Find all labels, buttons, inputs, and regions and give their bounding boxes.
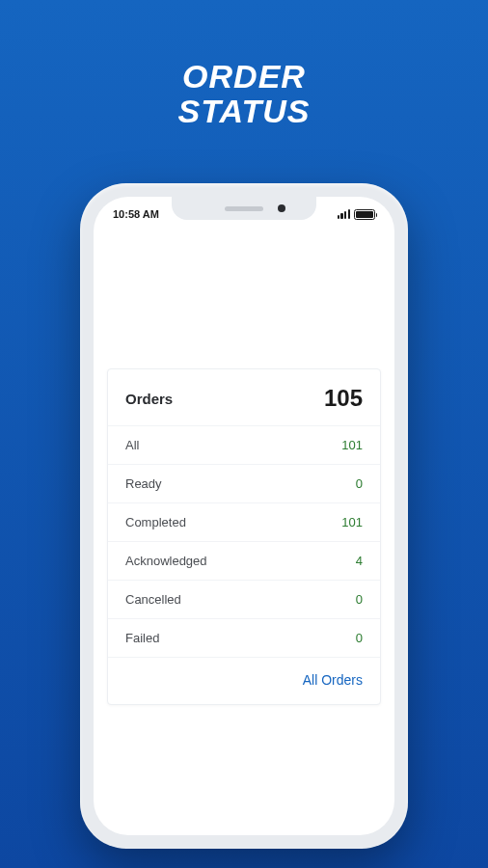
row-label: Cancelled [125, 592, 181, 607]
page-title-line1: ORDER [0, 60, 488, 95]
status-right [338, 209, 375, 220]
row-label: Ready [125, 476, 162, 491]
battery-icon [354, 209, 375, 220]
row-value: 101 [341, 515, 363, 529]
order-row-acknowledged[interactable]: Acknowledged 4 [108, 541, 380, 580]
status-bar: 10:58 AM [94, 197, 394, 226]
signal-icon [338, 209, 350, 219]
row-value: 0 [356, 592, 363, 607]
row-value: 101 [341, 438, 363, 452]
orders-header-value: 105 [324, 385, 363, 412]
row-value: 4 [356, 554, 363, 568]
orders-card-footer: All Orders [108, 657, 380, 704]
page-title: ORDER STATUS [0, 60, 488, 128]
orders-card-header: Orders 105 [108, 369, 380, 425]
row-label: Acknowledged [125, 554, 207, 568]
row-label: All [125, 438, 139, 452]
orders-header-label: Orders [125, 391, 173, 407]
row-label: Completed [125, 515, 186, 529]
order-row-all[interactable]: All 101 [108, 425, 380, 464]
row-label: Failed [125, 631, 159, 645]
row-value: 0 [356, 476, 363, 491]
page-title-line2: STATUS [0, 95, 488, 129]
order-row-cancelled[interactable]: Cancelled 0 [108, 580, 380, 618]
status-time: 10:58 AM [113, 208, 159, 220]
order-row-completed[interactable]: Completed 101 [108, 502, 380, 541]
all-orders-link[interactable]: All Orders [303, 672, 363, 688]
orders-card: Orders 105 All 101 Ready 0 Completed 101… [107, 368, 381, 705]
row-value: 0 [356, 631, 363, 645]
order-row-ready[interactable]: Ready 0 [108, 464, 380, 502]
order-row-failed[interactable]: Failed 0 [108, 618, 380, 657]
phone-screen: 10:58 AM Orders 105 All 101 Ready [94, 197, 394, 835]
phone-frame: 10:58 AM Orders 105 All 101 Ready [80, 183, 408, 849]
